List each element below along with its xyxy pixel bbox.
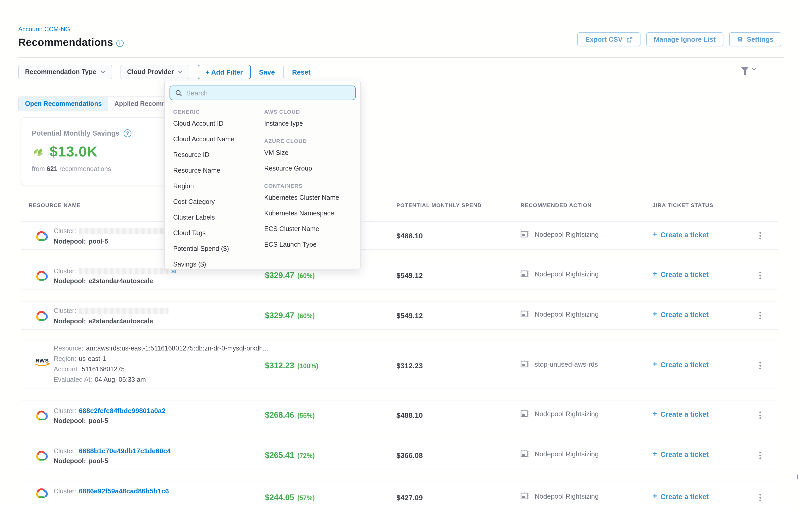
recommended-action-cell: Nodepool Rightsizing bbox=[520, 410, 599, 418]
dropdown-filter-item[interactable]: Potential Spend ($) bbox=[173, 241, 264, 256]
table-row: Cluster:si Nodepool:e2standar4autoscale … bbox=[21, 261, 778, 289]
savings-leaf-icon bbox=[32, 146, 45, 158]
page-title: Recommendations bbox=[18, 37, 113, 49]
row-menu-kebab[interactable] bbox=[757, 410, 763, 421]
recommendations-page: Account: CCM-NG Recommendations i Export… bbox=[0, 0, 798, 532]
create-ticket-button[interactable]: +Create a ticket bbox=[652, 230, 708, 239]
filter-panel-toggle[interactable] bbox=[741, 67, 756, 72]
manage-ignore-list-button[interactable]: Manage Ignore List bbox=[646, 32, 723, 46]
cluster-id-link[interactable]: 6888b1c70e49db17c1de60c4 bbox=[79, 447, 171, 455]
dropdown-filter-item[interactable]: Cloud Tags bbox=[173, 225, 264, 241]
potential-monthly-savings-card: Potential Monthly Savings ? $13.0K from … bbox=[21, 117, 167, 185]
save-filter-button[interactable]: Save bbox=[259, 68, 275, 76]
resource-line-value: us-east-1 bbox=[79, 355, 106, 362]
resource-line-value: 04 Aug, 06:33 am bbox=[95, 376, 146, 383]
chevron-down-icon bbox=[178, 71, 183, 74]
savings-subtitle: from 621 recommendations bbox=[32, 165, 156, 173]
create-ticket-button[interactable]: +Create a ticket bbox=[652, 310, 708, 319]
dropdown-filter-item[interactable]: Cloud Account Name bbox=[173, 131, 264, 147]
resource-line-label: Account: bbox=[54, 366, 79, 373]
create-ticket-button[interactable]: +Create a ticket bbox=[652, 410, 708, 418]
add-filter-button[interactable]: + Add Filter bbox=[198, 65, 251, 79]
column-header-resource-name: RESOURCE NAME bbox=[29, 202, 81, 208]
page-edge-divider bbox=[781, 7, 781, 516]
gcp-cloud-icon bbox=[34, 409, 49, 421]
create-ticket-button[interactable]: +Create a ticket bbox=[652, 360, 708, 369]
dropdown-filter-item[interactable]: Region bbox=[173, 178, 264, 194]
filter-chip-cloud-provider[interactable]: Cloud Provider bbox=[120, 65, 189, 79]
cluster-id-link[interactable]: 6886e92f59a48cad86b5b1c6 bbox=[79, 487, 169, 495]
resource-line-value: 511616801275 bbox=[82, 366, 125, 373]
row-menu-kebab[interactable] bbox=[757, 270, 763, 281]
row-menu-kebab[interactable] bbox=[757, 310, 763, 321]
monthly-savings-cell: $329.47(60%) bbox=[265, 311, 315, 320]
gear-icon: ⚙ bbox=[737, 36, 743, 43]
dropdown-filter-item[interactable]: ECS Cluster Name bbox=[264, 221, 355, 237]
dropdown-filter-item[interactable]: ECS Launch Type bbox=[264, 237, 355, 252]
row-menu-kebab[interactable] bbox=[757, 360, 763, 372]
info-icon[interactable]: i bbox=[116, 39, 124, 47]
potential-spend-cell: $549.12 bbox=[396, 271, 423, 280]
settings-button[interactable]: ⚙ Settings bbox=[729, 32, 781, 46]
dropdown-filter-item[interactable]: Cloud Account ID bbox=[173, 116, 264, 131]
table-row: Cluster:6888b1c70e49db17c1de60c4 Nodepoo… bbox=[21, 441, 778, 470]
dropdown-filter-item[interactable]: VM Size bbox=[264, 145, 355, 160]
header-divider bbox=[18, 57, 784, 58]
resource-line-label: Cluster: bbox=[54, 227, 76, 235]
aws-icon: aws bbox=[34, 358, 50, 367]
export-csv-button[interactable]: Export CSV bbox=[577, 32, 640, 46]
redacted-cluster-name bbox=[79, 228, 169, 234]
table-row: Cluster: Nodepool:e2standar4autoscale $3… bbox=[21, 301, 778, 330]
resource-line-label: Cluster: bbox=[54, 488, 76, 495]
resource-line-label: Nodepool: bbox=[54, 238, 86, 245]
add-filter-dropdown: GENERICCloud Account IDCloud Account Nam… bbox=[164, 81, 361, 269]
dropdown-filter-item[interactable]: Savings ($) bbox=[173, 256, 264, 272]
gcp-cloud-icon bbox=[34, 229, 49, 242]
monthly-savings-cell: $268.46(55%) bbox=[265, 411, 315, 420]
bottom-fade bbox=[0, 499, 798, 512]
gcp-cloud-icon bbox=[34, 269, 49, 281]
cluster-id-link[interactable]: 688c2fefc84fbdc99801a0a2 bbox=[79, 407, 166, 415]
help-question-icon[interactable]: ? bbox=[124, 129, 131, 137]
resource-line-label: Nodepool: bbox=[54, 457, 86, 465]
row-menu-kebab[interactable] bbox=[757, 230, 763, 242]
create-ticket-button[interactable]: +Create a ticket bbox=[652, 270, 708, 279]
support-headset-icon[interactable] bbox=[796, 472, 798, 482]
chevron-down-icon bbox=[752, 68, 756, 71]
dropdown-filter-item[interactable]: Cost Category bbox=[173, 194, 264, 210]
dropdown-filter-item[interactable]: Cluster Labels bbox=[173, 210, 264, 225]
recommended-action-cell: Nodepool Rightsizing bbox=[520, 230, 599, 239]
dropdown-filter-item[interactable]: Resource Name bbox=[173, 163, 264, 178]
resource-line-label: Region: bbox=[54, 355, 76, 362]
dropdown-filter-item[interactable]: Kubernetes Cluster Name bbox=[264, 190, 355, 206]
recommended-action-cell: Nodepool Rightsizing bbox=[520, 450, 599, 458]
monthly-savings-cell: $312.23(100%) bbox=[265, 361, 318, 370]
account-breadcrumb-link[interactable]: Account: CCM-NG bbox=[18, 25, 70, 33]
rightsizing-icon bbox=[520, 230, 530, 239]
reset-filter-button[interactable]: Reset bbox=[292, 68, 310, 76]
dropdown-section-header: CONTAINERS bbox=[264, 183, 355, 189]
search-input[interactable] bbox=[186, 89, 350, 97]
bottom-mask bbox=[0, 512, 798, 532]
dropdown-section-header: GENERIC bbox=[173, 109, 264, 115]
redacted-cluster-name bbox=[79, 308, 169, 314]
table-row: aws Resource:arn:aws:rds:us-east-1:51161… bbox=[21, 341, 778, 389]
tab-open-recommendations[interactable]: Open Recommendations bbox=[19, 97, 108, 111]
divider bbox=[283, 66, 284, 78]
create-ticket-button[interactable]: +Create a ticket bbox=[652, 450, 708, 458]
dropdown-filter-item[interactable]: Resource Group bbox=[264, 160, 355, 176]
savings-card-title: Potential Monthly Savings bbox=[32, 129, 119, 137]
resource-line-label: Cluster: bbox=[54, 407, 76, 414]
row-menu-kebab[interactable] bbox=[757, 450, 763, 461]
table-row: Cluster:688c2fefc84fbdc99801a0a2 Nodepoo… bbox=[21, 401, 778, 429]
table-row: Cluster: Nodepool:pool-5 $488.10 Nodepoo… bbox=[21, 221, 778, 250]
filter-chip-recommendation-type[interactable]: Recommendation Type bbox=[18, 65, 112, 79]
potential-spend-cell: $488.10 bbox=[396, 232, 423, 240]
dropdown-filter-item[interactable]: Kubernetes Namespace bbox=[264, 206, 355, 221]
dropdown-search[interactable] bbox=[170, 86, 356, 100]
potential-spend-cell: $312.23 bbox=[396, 361, 423, 370]
funnel-icon bbox=[741, 67, 749, 72]
dropdown-filter-item[interactable]: Instance type bbox=[264, 116, 355, 131]
dropdown-filter-item[interactable]: Resource ID bbox=[173, 147, 264, 163]
column-header-jira-ticket-status: JIRA TICKET STATUS bbox=[652, 202, 713, 208]
